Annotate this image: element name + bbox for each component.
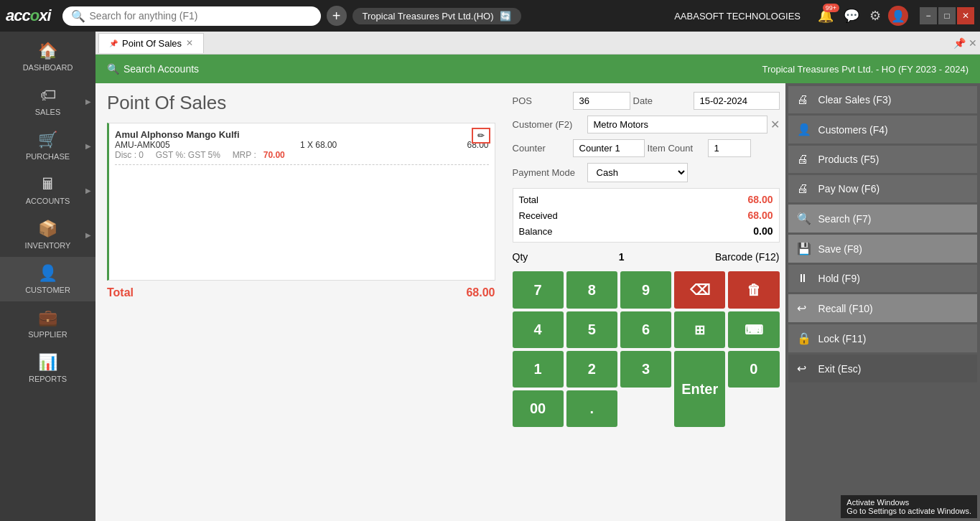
total-row: Total 68.00 [107,286,495,299]
summary-received-label: Received [519,210,558,221]
summary-box: Total 68.00 Received 68.00 Balance 0.00 [513,188,780,243]
sidebar-item-customer[interactable]: 👤 CUSTOMER [0,257,95,301]
windows-activate-text: Activate WindowsGo to Settings to activa… [841,495,977,518]
cart-item-code: AMU-AMK005 [115,140,170,150]
sidebar-label-supplier: SUPPLIER [28,330,67,339]
sidebar-label-customer: CUSTOMER [25,286,70,294]
sidebar-item-inventory[interactable]: 📦 INVENTORY ▶ [0,212,95,257]
add-button[interactable]: + [327,6,347,26]
customer-clear-button[interactable]: ✕ [770,118,780,131]
hold-icon: ⏸ [797,272,811,285]
close-button[interactable]: ✕ [957,7,974,24]
num-8[interactable]: 8 [566,271,617,309]
tab-close-btn[interactable]: ✕ [969,37,977,49]
num-4[interactable]: 4 [513,311,564,348]
counter-input[interactable] [573,139,645,157]
num-delete[interactable]: 🗑 [728,271,779,309]
tab-pin-btn[interactable]: 📌 [953,37,966,49]
pos-label: POS [513,95,570,106]
item-count-input[interactable] [708,139,751,157]
maximize-button[interactable]: □ [938,7,956,24]
num-table[interactable]: ⊞ [674,311,725,348]
products-icon: 🖨 [797,153,811,166]
summary-balance-row: Balance 0.00 [519,223,773,239]
qty-label: Qty [513,251,528,263]
num-6[interactable]: 6 [620,311,671,348]
settings-button[interactable]: ⚙ [867,6,884,25]
num-enter[interactable]: Enter [674,351,725,427]
search-button[interactable]: 🔍 Search (F7) [788,205,977,233]
num-2[interactable]: 2 [566,351,617,388]
save-button[interactable]: 💾 Save (F8) [788,235,977,263]
chat-button[interactable]: 💬 [841,6,862,25]
num-keyboard[interactable]: ⌨ [728,311,779,348]
customer-input[interactable] [587,116,767,133]
item-count-field: Item Count [648,139,780,157]
num-00[interactable]: 00 [513,390,564,427]
global-search-bar[interactable]: 🔍 [62,6,321,26]
sidebar-item-purchase[interactable]: 🛒 PURCHASE ▶ [0,123,95,168]
window-controls: − □ ✕ [920,7,974,24]
customers-button[interactable]: 👤 Customers (F4) [788,116,977,144]
notification-button[interactable]: 🔔 99+ [815,6,836,25]
purchase-arrow: ▶ [85,142,91,150]
pos-field: POS [513,92,630,110]
sidebar-item-sales[interactable]: 🏷 SALES ▶ [0,79,95,123]
qty-barcode-row: Qty 1 Barcode (F12) [513,248,780,266]
action-panel: 🖨 Clear Sales (F3) 👤 Customers (F4) 🖨 Pr… [785,83,980,521]
num-1[interactable]: 1 [513,351,564,388]
summary-total-row: Total 68.00 [519,192,773,207]
company-selector[interactable]: Tropical Treasures Pvt Ltd.(HO) 🔄 [353,8,521,24]
tab-window-controls: 📌 ✕ [953,37,977,49]
num-3[interactable]: 3 [620,351,671,388]
sidebar-item-reports[interactable]: 📊 REPORTS [0,346,95,390]
pay-now-label: Pay Now (F6) [818,183,880,194]
num-backspace[interactable]: ⌫ [674,271,725,309]
tab-point-of-sales[interactable]: 📌 Point Of Sales ✕ [98,33,204,53]
date-input[interactable] [694,92,780,110]
lock-button[interactable]: 🔒 Lock (F11) [788,324,977,352]
cart-area: Amul Alphonso Mango Kulfi AMU-AMK005 1 X… [107,123,495,281]
user-icon[interactable]: 👤 [888,6,908,26]
notification-badge: 99+ [823,4,839,12]
counter-itemcount-row: Counter Item Count [513,139,780,157]
payment-mode-field: Payment Mode Cash Card UPI [513,163,780,182]
search-accounts-button[interactable]: 🔍 Search Accounts [107,63,199,75]
num-dot[interactable]: . [566,390,617,427]
search-label: Search (F7) [818,213,872,225]
purchase-icon: 🛒 [38,131,57,149]
save-icon: 💾 [797,242,811,255]
left-panel: Point Of Sales Amul Alphonso Mango Kulfi… [95,83,507,521]
num-0[interactable]: 0 [728,351,779,388]
sidebar-item-accounts[interactable]: 🖩 ACCOUNTS ▶ [0,168,95,212]
num-9[interactable]: 9 [620,271,671,309]
right-panel: POS Date Customer (F2) ✕ [507,83,785,521]
hold-button[interactable]: ⏸ Hold (F9) [788,265,977,292]
payment-select[interactable]: Cash Card UPI [587,163,688,182]
barcode-label: Barcode (F12) [715,251,779,263]
exit-button[interactable]: ↩ Exit (Esc) [788,355,977,382]
minimize-button[interactable]: − [920,7,937,24]
sidebar-label-inventory: INVENTORY [25,241,71,250]
search-input[interactable] [90,10,312,22]
numpad: 7 8 9 ⌫ 🗑 4 5 6 ⊞ ⌨ 1 2 3 Enter 0 00 [513,271,780,427]
refresh-icon: 🔄 [500,11,511,22]
lock-icon: 🔒 [797,332,811,345]
num-7[interactable]: 7 [513,271,564,309]
recall-button[interactable]: ↩ Recall (F10) [788,294,977,322]
num-5[interactable]: 5 [566,311,617,348]
accounts-icon: 🖩 [40,175,56,194]
sidebar-item-supplier[interactable]: 💼 SUPPLIER [0,301,95,346]
search-accounts-icon: 🔍 [107,63,119,75]
products-button[interactable]: 🖨 Products (F5) [788,146,977,173]
customers-icon: 👤 [797,123,811,136]
header-company-info: Tropical Treasures Pvt Ltd. - HO (FY 202… [762,64,969,75]
tab-close-button[interactable]: ✕ [186,38,193,48]
edit-item-button[interactable]: ✏ [472,128,490,144]
pay-now-button[interactable]: 🖨 Pay Now (F6) [788,175,977,202]
summary-total-value: 68.00 [747,194,773,205]
pos-input[interactable] [573,92,630,110]
sidebar-item-dashboard[interactable]: 🏠 DASHBOARD [0,34,95,79]
clear-sales-button[interactable]: 🖨 Clear Sales (F3) [788,86,977,113]
tab-bar: 📌 Point Of Sales ✕ 📌 ✕ [95,32,980,55]
